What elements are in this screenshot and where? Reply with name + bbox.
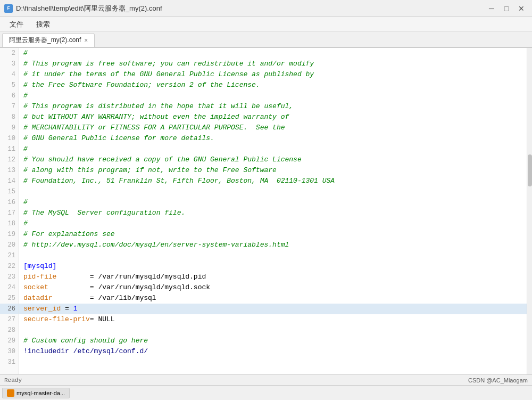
- line-number: 28: [0, 325, 19, 336]
- menu-file[interactable]: 文件: [4, 19, 29, 30]
- status-right: CSDN @AC_Mlaogam: [468, 377, 528, 383]
- code-line: # along with this program; if not, write…: [19, 165, 527, 176]
- code-line: # GNU General Public License for more de…: [19, 133, 527, 144]
- tab-label: 阿里云服务器_my(2).conf: [9, 36, 81, 45]
- code-line: socket = /var/run/mysqld/mysqld.sock: [19, 282, 527, 293]
- code-line: #: [19, 218, 527, 229]
- line-number: 3: [0, 59, 19, 69]
- code-line: [19, 357, 527, 368]
- code-line: # MERCHANTABILITY or FITNESS FOR A PARTI…: [19, 123, 527, 133]
- tab-bar: 阿里云服务器_my(2).conf ×: [0, 32, 532, 48]
- line-number: 15: [0, 186, 19, 197]
- line-number: 14: [0, 176, 19, 186]
- code-line: # The MySQL Server configuration file.: [19, 208, 527, 218]
- menu-bar: 文件 搜索: [0, 17, 532, 32]
- line-number: 12: [0, 154, 19, 165]
- code-line: # http://dev.mysql.com/doc/mysql/en/serv…: [19, 240, 527, 250]
- line-number: 24: [0, 282, 19, 293]
- taskbar: mysql-master-da...: [0, 385, 532, 400]
- line-number: 23: [0, 272, 19, 282]
- code-line: #: [19, 91, 527, 101]
- line-number: 26: [0, 304, 19, 314]
- line-number: 25: [0, 293, 19, 304]
- code-line: # For explanations see: [19, 229, 527, 240]
- tab-config-file[interactable]: 阿里云服务器_my(2).conf ×: [2, 33, 95, 47]
- tab-close-button[interactable]: ×: [84, 37, 88, 44]
- code-area[interactable]: ## This program is free software; you ca…: [19, 48, 527, 374]
- code-line: # You should have received a copy of the…: [19, 154, 527, 165]
- line-number: 2: [0, 48, 19, 59]
- scrollbar-thumb[interactable]: [528, 154, 532, 186]
- line-number: 27: [0, 314, 19, 325]
- line-number: 31: [0, 357, 19, 368]
- code-line: # Custom config should go here: [19, 336, 527, 346]
- minimize-button[interactable]: ─: [485, 3, 498, 14]
- line-number: 20: [0, 240, 19, 250]
- status-bar: Ready CSDN @AC_Mlaogam: [0, 374, 532, 385]
- taskbar-item-icon: [7, 389, 14, 397]
- line-number: 17: [0, 208, 19, 218]
- code-line: [mysqld]: [19, 261, 527, 272]
- taskbar-item-label: mysql-master-da...: [16, 390, 65, 396]
- line-number: 9: [0, 123, 19, 133]
- code-line: secure-file-priv= NULL: [19, 314, 527, 325]
- line-number: 6: [0, 91, 19, 101]
- window-controls: ─ □ ✕: [485, 3, 528, 14]
- line-number: 16: [0, 197, 19, 208]
- line-number: 11: [0, 144, 19, 154]
- code-line: pid-file = /var/run/mysqld/mysqld.pid: [19, 272, 527, 282]
- window-title: D:\finalshell\temp\edit\阿里云服务器_my(2).con…: [16, 4, 162, 13]
- close-button[interactable]: ✕: [515, 3, 528, 14]
- line-number: 29: [0, 336, 19, 346]
- line-number: 30: [0, 346, 19, 357]
- code-line: [19, 186, 527, 197]
- line-number: 5: [0, 80, 19, 91]
- line-number: 22: [0, 261, 19, 272]
- line-number: 19: [0, 229, 19, 240]
- code-line: datadir = /var/lib/mysql: [19, 293, 527, 304]
- taskbar-item[interactable]: mysql-master-da...: [2, 388, 70, 398]
- title-bar: F D:\finalshell\temp\edit\阿里云服务器_my(2).c…: [0, 0, 532, 17]
- status-text: Ready: [4, 377, 22, 383]
- code-line: # This program is free software; you can…: [19, 59, 527, 69]
- code-line: # it under the terms of the GNU General …: [19, 69, 527, 80]
- line-number: 8: [0, 112, 19, 123]
- code-line: server_id = 1: [19, 304, 527, 314]
- code-line: [19, 325, 527, 336]
- line-number: 10: [0, 133, 19, 144]
- code-line: [19, 250, 527, 261]
- code-line: # the Free Software Foundation; version …: [19, 80, 527, 91]
- line-number: 21: [0, 250, 19, 261]
- line-numbers: 2345678910111213141516171819202122232425…: [0, 48, 19, 374]
- code-line: #: [19, 48, 527, 59]
- app-icon: F: [4, 4, 13, 13]
- line-number: 13: [0, 165, 19, 176]
- code-line: # Foundation, Inc., 51 Franklin St, Fift…: [19, 176, 527, 186]
- code-line: # This program is distributed in the hop…: [19, 101, 527, 112]
- code-line: #: [19, 197, 527, 208]
- line-number: 18: [0, 218, 19, 229]
- menu-search[interactable]: 搜索: [31, 19, 55, 30]
- title-bar-left: F D:\finalshell\temp\edit\阿里云服务器_my(2).c…: [4, 4, 162, 13]
- line-number: 4: [0, 69, 19, 80]
- code-line: #: [19, 144, 527, 154]
- editor-container: 2345678910111213141516171819202122232425…: [0, 48, 532, 374]
- code-line: # but WITHOUT ANY WARRANTY; without even…: [19, 112, 527, 123]
- line-number: 7: [0, 101, 19, 112]
- scrollbar-track[interactable]: [527, 48, 532, 374]
- code-line: !includedir /etc/mysql/conf.d/: [19, 346, 527, 357]
- maximize-button[interactable]: □: [500, 3, 513, 14]
